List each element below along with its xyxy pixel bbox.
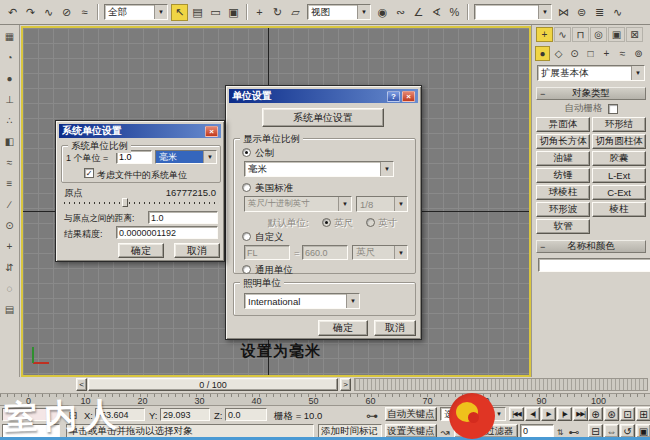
motion-tab[interactable]: ◎	[590, 27, 607, 42]
cancel-button[interactable]: 取消	[174, 243, 220, 258]
shapes-tab-icon[interactable]: ◔	[2, 50, 17, 65]
angle-snap-toggle-icon[interactable]: ∢	[428, 4, 445, 21]
undo-icon[interactable]: ↶	[4, 4, 21, 21]
cancel-button[interactable]: 取消	[374, 320, 416, 336]
zoom-icon[interactable]: ⊕	[588, 407, 603, 421]
zoom-all-icon[interactable]: ⊛	[604, 407, 619, 421]
close-icon[interactable]: ×	[205, 126, 218, 137]
systems-category-icon[interactable]: ⊚	[631, 46, 646, 61]
time-slider[interactable]: 0 / 100	[88, 378, 338, 391]
arc-rotate-icon[interactable]: ↺	[620, 424, 635, 438]
object-type-button[interactable]: 软管	[536, 219, 590, 234]
reference-coordinate-dropdown[interactable]: 视图 ▼	[307, 4, 371, 20]
lights-cameras-tab-icon[interactable]: ⊥	[2, 92, 17, 107]
close-icon[interactable]: ×	[402, 91, 415, 102]
modify-tab[interactable]: ∿	[554, 27, 571, 42]
helpers-tab-icon[interactable]: ◧	[2, 134, 17, 149]
display-tab[interactable]: ▣	[608, 27, 625, 42]
us-standard-radio[interactable]	[242, 183, 251, 192]
geometry-category-icon[interactable]: ●	[535, 46, 550, 61]
modifiers-tab-icon[interactable]: ≡	[2, 176, 17, 191]
object-type-button[interactable]: 球棱柱	[536, 185, 590, 200]
object-type-button[interactable]: 胶囊	[592, 151, 646, 166]
custom-radio[interactable]	[242, 232, 251, 241]
space-warps-category-icon[interactable]: ≈	[615, 46, 630, 61]
metric-radio[interactable]	[242, 148, 251, 157]
origin-slider[interactable]	[64, 199, 216, 207]
select-and-manipulate-icon[interactable]: ∾	[392, 4, 409, 21]
dialog-titlebar[interactable]: 系统单位设置 ×	[59, 124, 221, 138]
percent-snap-toggle-icon[interactable]: %	[446, 4, 463, 21]
object-type-button[interactable]: C-Ext	[592, 185, 646, 200]
dropdown-arrow-icon[interactable]: ▼	[631, 66, 644, 80]
object-type-button[interactable]: 环形结	[592, 117, 646, 132]
object-type-button[interactable]: 环形波	[536, 202, 590, 217]
bind-to-space-warp-icon[interactable]: ≈	[76, 4, 93, 21]
unlink-selection-icon[interactable]: ⊘	[58, 4, 75, 21]
object-name-input[interactable]	[538, 258, 650, 272]
window-crossing-toggle-icon[interactable]: ▣	[225, 4, 242, 21]
y-coordinate-field[interactable]: 29.093	[160, 408, 210, 421]
lighting-unit-dropdown[interactable]: International ▼	[244, 293, 360, 309]
use-pivot-point-center-icon[interactable]: ◉	[374, 4, 391, 21]
shapes-category-icon[interactable]: ◇	[551, 46, 566, 61]
object-type-rollout[interactable]: − 对象类型	[536, 87, 646, 100]
precision-field[interactable]: 0.0000001192	[116, 226, 218, 239]
redo-icon[interactable]: ↷	[22, 4, 39, 21]
object-type-button[interactable]: 切角长方体	[536, 134, 590, 149]
dropdown-arrow-icon[interactable]: ▼	[538, 5, 551, 19]
play-animation-icon[interactable]: ▶	[541, 407, 556, 421]
pan-icon[interactable]: ⇔	[604, 424, 619, 438]
select-and-scale-icon[interactable]: ▱	[287, 4, 304, 21]
rendering-tab-icon[interactable]: ⊙	[2, 218, 17, 233]
object-type-button[interactable]: 油罐	[536, 151, 590, 166]
modeling-tab-icon[interactable]: ∕	[2, 197, 17, 212]
dropdown-arrow-icon[interactable]: ▼	[380, 162, 393, 176]
list-tab-icon[interactable]: ▤	[2, 302, 17, 317]
zoom-extents-all-icon[interactable]: ⊞	[636, 407, 650, 421]
ok-button[interactable]: 确定	[318, 320, 368, 336]
z-coordinate-field[interactable]: 0.0	[225, 408, 267, 421]
system-unit-setup-button[interactable]: 系统单位设置	[262, 108, 384, 127]
help-icon[interactable]: ?	[387, 91, 400, 102]
layer-manager-icon[interactable]: ≣	[591, 4, 608, 21]
helpers-category-icon[interactable]: +	[599, 46, 614, 61]
name-color-rollout[interactable]: − 名称和颜色	[536, 240, 646, 253]
next-frame-button[interactable]: >	[340, 378, 351, 391]
selection-filter-dropdown[interactable]: 全部 ▼	[104, 4, 168, 20]
utilities-tab[interactable]: ⊠	[626, 27, 643, 42]
generic-units-radio[interactable]	[242, 265, 251, 274]
go-to-end-icon[interactable]: ▶▶|	[573, 407, 588, 421]
origin-slider-handle[interactable]	[122, 198, 128, 207]
objects-tab-icon[interactable]: ▦	[2, 29, 17, 44]
metric-unit-dropdown[interactable]: 毫米 ▼	[244, 161, 394, 177]
object-type-button[interactable]: 异面体	[536, 117, 590, 132]
collapse-icon[interactable]: −	[540, 242, 545, 252]
object-type-button[interactable]: 切角圆柱体	[592, 134, 646, 149]
dialog-titlebar[interactable]: 单位设置 ? ×	[229, 89, 418, 103]
dropdown-arrow-icon[interactable]: ▼	[357, 5, 370, 19]
select-and-rotate-icon[interactable]: ↻	[269, 4, 286, 21]
grids-tab-icon[interactable]: +	[2, 239, 17, 254]
distance-field[interactable]: 1.0	[148, 211, 218, 224]
set-key-button[interactable]: 设置关键点	[385, 424, 437, 438]
lights-category-icon[interactable]: ⊙	[567, 46, 582, 61]
primitive-type-dropdown[interactable]: 扩展基本体 ▼	[537, 65, 645, 81]
previous-frame-button[interactable]: <	[76, 378, 87, 391]
key-icon[interactable]: ⊶	[362, 407, 382, 424]
rectangular-region-icon[interactable]: ▭	[207, 4, 224, 21]
autogrid-checkbox[interactable]	[608, 104, 618, 114]
snap-toggle-icon[interactable]: ∠	[410, 4, 427, 21]
unit-type-dropdown[interactable]: 毫米 ▼	[155, 150, 217, 164]
select-object-icon[interactable]: ↖	[171, 4, 188, 21]
cameras-category-icon[interactable]: □	[583, 46, 598, 61]
object-type-button[interactable]: 棱柱	[592, 202, 646, 217]
add-time-tag[interactable]: 添加时间标记	[318, 424, 382, 438]
compounds-tab-icon[interactable]: ●	[2, 71, 17, 86]
auto-key-button[interactable]: 自动关键点	[385, 407, 437, 421]
go-to-start-icon[interactable]: |◀◀	[509, 407, 524, 421]
collapse-icon[interactable]: −	[540, 89, 545, 99]
dropdown-arrow-icon[interactable]: ▼	[154, 5, 167, 19]
track-bar-ticks[interactable]	[354, 378, 648, 391]
dropdown-arrow-icon[interactable]: ▼	[346, 294, 359, 308]
